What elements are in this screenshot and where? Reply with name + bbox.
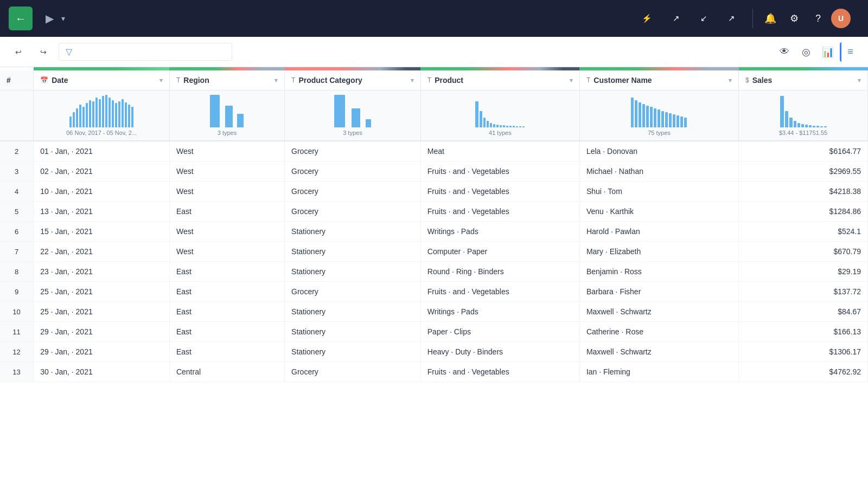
- category-mini-chart: [334, 95, 371, 127]
- cell-date-0: 01 · Jan, · 2021: [34, 141, 170, 162]
- cell-category-1: Grocery: [285, 162, 421, 182]
- chart-icon[interactable]: 📊: [818, 42, 838, 62]
- sales-sort-icon[interactable]: ▾: [858, 77, 861, 84]
- col-header-date[interactable]: 📅 Date ▾: [34, 70, 170, 91]
- cell-product-11: Fruits · and · Vegetables: [420, 362, 579, 382]
- top-nav: ← ▶ ▾ ⚡ ↗ ↙ ↗ 🔔 ⚙ ? U: [0, 0, 868, 37]
- cell-customer-7: Barbara · Fisher: [579, 282, 738, 302]
- toolbar-right: 👁 ◎ 📊 ≡: [775, 42, 859, 62]
- cell-product-6: Round · Ring · Binders: [420, 262, 579, 282]
- table-row: 11 29 · Jan, · 2021 East Stationery Pape…: [0, 322, 868, 342]
- customer-type-icon: T: [586, 76, 590, 84]
- cell-customer-0: Lela · Donovan: [579, 141, 738, 162]
- product-chart-label: 41 types: [489, 130, 512, 136]
- cell-product-4: Writings · Pads: [420, 222, 579, 242]
- product-type-icon: T: [427, 76, 431, 84]
- help-button[interactable]: ?: [807, 8, 829, 29]
- col-header-category[interactable]: T Product Category ▾: [285, 70, 421, 91]
- notifications-button[interactable]: 🔔: [760, 8, 781, 29]
- table-row: 3 02 · Jan, · 2021 West Grocery Fruits ·…: [0, 162, 868, 182]
- cell-date-10: 29 · Jan, · 2021: [34, 342, 170, 362]
- cell-date-11: 30 · Jan, · 2021: [34, 362, 170, 382]
- chart-date: 06 Nov, 2017 - 05 Nov, 2...: [34, 91, 170, 141]
- region-sort-icon[interactable]: ▾: [275, 77, 278, 84]
- transform-icon: ⚡: [642, 14, 652, 23]
- target-icon[interactable]: ◎: [796, 42, 816, 62]
- table-body: 2 01 · Jan, · 2021 West Grocery Meat Lel…: [0, 141, 868, 382]
- col-header-customer[interactable]: T Customer Name ▾: [579, 70, 738, 91]
- import-button[interactable]: ↙: [693, 9, 718, 28]
- cell-sales-1: $2969.55: [739, 162, 868, 182]
- cell-sales-0: $6164.77: [739, 141, 868, 162]
- cell-customer-2: Shui · Tom: [579, 182, 738, 202]
- cell-sales-6: $29.19: [739, 262, 868, 282]
- table-row: 12 29 · Jan, · 2021 East Stationery Heav…: [0, 342, 868, 362]
- category-sort-icon[interactable]: ▾: [411, 77, 414, 84]
- row-num-8: 10: [0, 302, 34, 322]
- transform-button[interactable]: ⚡: [634, 9, 663, 28]
- chart-customer: 75 types: [579, 91, 738, 141]
- cell-customer-4: Harold · Pawlan: [579, 222, 738, 242]
- undo-button[interactable]: ↩: [9, 44, 31, 60]
- settings-button[interactable]: ⚙: [783, 8, 805, 29]
- customer-sort-icon[interactable]: ▾: [729, 77, 732, 84]
- redo-button[interactable]: ↪: [34, 44, 56, 60]
- cell-sales-11: $4762.92: [739, 362, 868, 382]
- cell-sales-4: $524.1: [739, 222, 868, 242]
- cell-date-6: 23 · Jan, · 2021: [34, 262, 170, 282]
- col-header-product[interactable]: T Product ▾: [420, 70, 579, 91]
- layout-icon[interactable]: ≡: [840, 42, 859, 62]
- date-mini-chart: [69, 95, 133, 127]
- col-header-region[interactable]: T Region ▾: [169, 70, 284, 91]
- row-num-10: 12: [0, 342, 34, 362]
- search-filter-box[interactable]: ▽: [59, 43, 232, 61]
- share-icon: ↗: [673, 14, 680, 23]
- import-icon: ↙: [700, 14, 707, 23]
- chart-category: 3 types: [285, 91, 421, 141]
- product-sort-icon[interactable]: ▾: [570, 77, 573, 84]
- region-chart-label: 3 types: [218, 130, 237, 136]
- sales-mini-chart: [780, 95, 827, 127]
- back-button[interactable]: ←: [9, 7, 33, 30]
- date-sort-icon[interactable]: ▾: [159, 77, 163, 84]
- cell-region-5: West: [169, 242, 284, 262]
- region-mini-chart: [210, 95, 244, 127]
- cell-product-2: Fruits · and · Vegetables: [420, 182, 579, 202]
- cell-region-11: Central: [169, 362, 284, 382]
- category-chart-label: 3 types: [343, 130, 362, 136]
- cell-sales-8: $84.67: [739, 302, 868, 322]
- cell-region-8: East: [169, 302, 284, 322]
- cell-customer-6: Benjamin · Ross: [579, 262, 738, 282]
- row-num-7: 9: [0, 282, 34, 302]
- date-chart-label: 06 Nov, 2017 - 05 Nov, 2...: [66, 130, 137, 136]
- cell-product-9: Paper · Clips: [420, 322, 579, 342]
- row-num-4: 6: [0, 222, 34, 242]
- cell-date-9: 29 · Jan, · 2021: [34, 322, 170, 342]
- export-button[interactable]: ↗: [720, 9, 746, 28]
- share-button[interactable]: ↗: [665, 9, 691, 28]
- row-num-9: 11: [0, 322, 34, 342]
- data-table-container: # 📅 Date ▾ T Region ▾: [0, 67, 868, 478]
- nav-actions: ⚡ ↗ ↙ ↗ 🔔 ⚙ ? U: [634, 8, 851, 29]
- eye-icon[interactable]: 👁: [775, 42, 794, 62]
- col-header-sales[interactable]: $ Sales ▾: [739, 70, 868, 91]
- header-row: # 📅 Date ▾ T Region ▾: [0, 70, 868, 91]
- avatar[interactable]: U: [831, 9, 851, 28]
- cell-customer-10: Maxwell · Schwartz: [579, 342, 738, 362]
- undo-icon: ↩: [15, 48, 22, 56]
- title-dropdown-icon[interactable]: ▾: [61, 14, 65, 23]
- cell-date-7: 25 · Jan, · 2021: [34, 282, 170, 302]
- customer-mini-chart: [631, 95, 687, 127]
- product-mini-chart: [475, 95, 525, 127]
- cell-region-3: East: [169, 202, 284, 222]
- cell-category-9: Stationery: [285, 322, 421, 342]
- cell-customer-5: Mary · Elizabeth: [579, 242, 738, 262]
- cell-category-10: Stationery: [285, 342, 421, 362]
- cell-sales-9: $166.13: [739, 322, 868, 342]
- cell-customer-8: Maxwell · Schwartz: [579, 302, 738, 322]
- cell-sales-7: $137.72: [739, 282, 868, 302]
- cell-date-5: 22 · Jan, · 2021: [34, 242, 170, 262]
- date-type-icon: 📅: [40, 76, 48, 84]
- cell-product-1: Fruits · and · Vegetables: [420, 162, 579, 182]
- cell-category-5: Stationery: [285, 242, 421, 262]
